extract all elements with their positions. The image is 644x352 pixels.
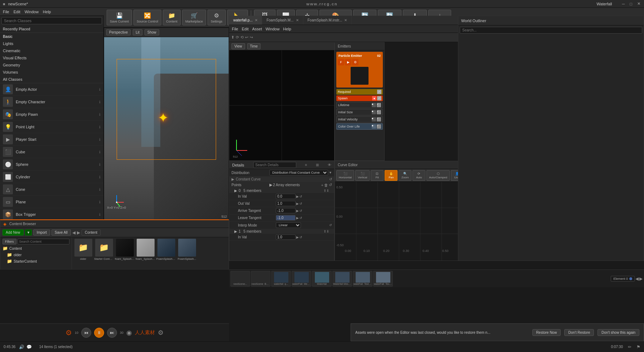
- curve-btn-vertical[interactable]: ⬛ Vertical: [355, 170, 370, 181]
- interp-mode-select[interactable]: Linear Constant Cubic: [276, 222, 301, 228]
- module-spawn[interactable]: Spawn ■ ✓: [336, 95, 383, 101]
- tab-close-foamsplash-instr[interactable]: ✕: [344, 18, 347, 22]
- asset-nexiscene-bull[interactable]: nexiScene_Bull...: [251, 271, 270, 287]
- menu-edit[interactable]: Edit: [14, 10, 20, 14]
- category-geometry[interactable]: Geometry: [0, 61, 103, 69]
- leave-tangent-input[interactable]: [276, 215, 296, 220]
- file-thumb-older[interactable]: 📁 older: [73, 239, 93, 261]
- viewport-show-button[interactable]: Show: [145, 29, 159, 35]
- speaker-icon[interactable]: 🔊: [19, 344, 24, 349]
- edit-icon[interactable]: ✏: [628, 344, 631, 349]
- help-icon[interactable]: ⚑: [636, 344, 640, 349]
- leave-tangent-arrow[interactable]: ▶: [296, 216, 299, 220]
- add-new-arrow[interactable]: ▼: [25, 229, 32, 236]
- module-color-over-life-icon2[interactable]: ✓: [377, 124, 381, 129]
- place-item-plane[interactable]: ▭ Plane ℹ: [0, 196, 103, 208]
- place-item-cylinder[interactable]: ⬜ Cylinder ℹ: [0, 171, 103, 183]
- tab-close-waterfall[interactable]: ✕: [255, 18, 258, 22]
- file-thumb-foam1[interactable]: foam_SplashD...: [115, 239, 135, 261]
- asset-waterfall[interactable]: Waterfall: [312, 271, 332, 287]
- viewport-perspective-button[interactable]: Perspective: [106, 29, 131, 35]
- viewport-canvas[interactable]: X=0 Y=0 Z=0 512: [104, 37, 229, 220]
- tab-close-foamsplash-m[interactable]: ✕: [296, 18, 299, 22]
- module-initial-velocity-icon1[interactable]: ■: [372, 117, 376, 122]
- module-initial-size-icon2[interactable]: ✓: [377, 110, 381, 114]
- point1-expand[interactable]: ▶: [234, 229, 237, 233]
- place-item-cone[interactable]: △ Cone ℹ: [0, 183, 103, 196]
- cascade-menu-asset[interactable]: Asset: [252, 27, 262, 31]
- cb-nav-forward[interactable]: ▶: [77, 230, 80, 235]
- module-required[interactable]: Required ✓: [336, 89, 383, 95]
- cascade-canvas[interactable]: 512: [229, 50, 334, 160]
- play-prev-button[interactable]: ⏮: [81, 328, 91, 338]
- settings-button[interactable]: ⚙ Settings: [208, 10, 226, 25]
- place-item-empty-character[interactable]: 🚶 Empty Character ℹ: [0, 96, 103, 108]
- add-new-button[interactable]: Add New: [3, 229, 24, 236]
- point0-expand[interactable]: ▶: [234, 189, 237, 193]
- cascade-menu-help[interactable]: Help: [283, 27, 291, 31]
- place-item-player-start[interactable]: ▶ Player Start ℹ: [0, 133, 103, 146]
- cascade-time-button[interactable]: Time: [247, 43, 261, 49]
- distribution-arrow[interactable]: ▼: [329, 171, 332, 174]
- points-delete-icon[interactable]: 🗑: [324, 183, 328, 187]
- place-item-point-light[interactable]: 💡 Point Light ℹ: [0, 121, 103, 133]
- content-button[interactable]: 📁 Content: [163, 10, 181, 25]
- module-spawn-icon1[interactable]: ■: [372, 96, 376, 100]
- curve-btn-pan[interactable]: ✋ Pan: [385, 170, 397, 181]
- module-color-over-life[interactable]: Color Over Life ■ ✓: [336, 123, 383, 130]
- points-refresh-icon[interactable]: ↺: [329, 183, 332, 187]
- asset-waterfall-mesh[interactable]: waterFall_Mesh...: [292, 271, 311, 287]
- cascade-menu-edit[interactable]: Edit: [242, 27, 249, 31]
- constant-curve-arrow[interactable]: ▶: [231, 177, 234, 181]
- viewport-lit-button[interactable]: Lit: [133, 29, 142, 35]
- cb-nav-back[interactable]: ◀: [72, 230, 75, 235]
- asset-waterfall-texture-10[interactable]: waterFall_Texture_10dan...: [373, 271, 393, 287]
- cascade-menu-file[interactable]: File: [232, 27, 238, 31]
- source-control-button[interactable]: 🔀 Source Control: [133, 10, 161, 25]
- module-initial-size-icon1[interactable]: ■: [372, 110, 376, 114]
- play-next-button[interactable]: ⏭: [107, 328, 117, 338]
- details-search-input[interactable]: [253, 162, 296, 168]
- marketplace-button[interactable]: 🛒 Marketplace: [182, 10, 206, 25]
- menu-help[interactable]: Help: [43, 10, 51, 14]
- module-initial-size[interactable]: Initial Size ■ ✓: [336, 109, 383, 115]
- module-lifetime-icon2[interactable]: ✓: [377, 103, 381, 107]
- details-icon1[interactable]: ≡: [305, 163, 307, 167]
- module-lifetime-icon1[interactable]: ■: [372, 103, 376, 107]
- arrive-tangent-arrow[interactable]: ▶: [296, 209, 299, 213]
- tab-waterfall[interactable]: waterfall.p... ✕: [229, 16, 262, 25]
- folder-starter-content[interactable]: 📁 StarterContent: [1, 258, 71, 264]
- curve-btn-auto-clamped[interactable]: ⬡ Auto/Clamped: [426, 170, 450, 181]
- arrive-tangent-reset[interactable]: ↺: [299, 209, 302, 213]
- cascade-menu-window[interactable]: Window: [265, 27, 279, 31]
- arrive-tangent-input[interactable]: [276, 208, 296, 213]
- category-basic[interactable]: Basic: [0, 33, 103, 40]
- details-icon3[interactable]: 👁: [328, 163, 331, 167]
- place-item-cube[interactable]: ⬛ Cube ℹ: [0, 146, 103, 158]
- menu-window[interactable]: Window: [25, 10, 39, 14]
- chat-icon[interactable]: 💬: [26, 344, 32, 349]
- search-classes-input[interactable]: [1, 17, 102, 24]
- curve-btn-auto[interactable]: ⟳ Auto: [413, 170, 425, 181]
- minimize-icon[interactable]: ─: [622, 2, 625, 6]
- module-spawn-icon2[interactable]: ✓: [377, 96, 381, 100]
- emitter-icon-1[interactable]: F: [338, 59, 344, 65]
- category-lights[interactable]: Lights: [0, 40, 103, 47]
- place-item-empty-pawn[interactable]: 🎭 Empty Pawn ℹ: [0, 108, 103, 121]
- module-required-check[interactable]: ✓: [377, 90, 381, 94]
- asset-waterfall-mesh-m[interactable]: Waterfall Mesh_M...: [332, 271, 352, 287]
- point1-in-val-input[interactable]: [276, 234, 296, 240]
- category-visual-effects[interactable]: Visual Effects: [0, 54, 103, 61]
- constant-curve-reset-icon[interactable]: ↺: [329, 177, 332, 181]
- place-item-box-trigger[interactable]: 📦 Box Trigger ℹ: [0, 208, 103, 221]
- tab-foamsplash-m[interactable]: FoamSplash.M... ✕: [262, 16, 303, 25]
- restore-now-button[interactable]: Restore Now: [532, 329, 561, 336]
- category-all-classes[interactable]: All Classes: [0, 76, 103, 83]
- asset-strip-back[interactable]: ◀: [635, 276, 639, 281]
- leave-tangent-reset[interactable]: ↺: [299, 216, 302, 220]
- category-volumes[interactable]: Volumes: [0, 69, 103, 76]
- dont-show-button[interactable]: Don't show this again: [597, 329, 639, 336]
- file-thumb-foamsplash2[interactable]: FoamSplash...: [177, 239, 197, 261]
- out-val-arrow[interactable]: ▶: [296, 202, 299, 205]
- emitter-icon-2[interactable]: ▶: [345, 59, 351, 65]
